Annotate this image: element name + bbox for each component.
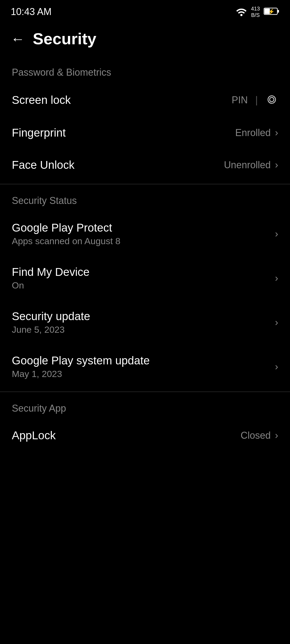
fingerprint-chevron: › — [275, 127, 278, 138]
fingerprint-left: Fingerprint — [12, 126, 66, 139]
svg-rect-3 — [277, 10, 279, 13]
google-play-system-update-left: Google Play system update May 1, 2023 — [12, 354, 150, 379]
network-speed: 413B/S — [251, 5, 260, 18]
google-play-system-update-item[interactable]: Google Play system update May 1, 2023 › — [0, 345, 290, 389]
section-label-password: Password & Biometrics — [0, 59, 290, 83]
page-title: Security — [33, 30, 96, 48]
google-play-protect-chevron: › — [275, 228, 278, 240]
find-my-device-chevron: › — [275, 273, 278, 284]
find-my-device-right: › — [275, 273, 278, 284]
section-security-status: Security Status Google Play Protect Apps… — [0, 187, 290, 389]
fingerprint-value: Enrolled — [235, 127, 271, 138]
applock-left: AppLock — [12, 429, 56, 442]
applock-value: Closed — [241, 430, 271, 441]
gear-icon[interactable] — [265, 93, 278, 107]
face-unlock-value: Unenrolled — [224, 159, 271, 171]
face-unlock-chevron: › — [275, 159, 278, 171]
security-update-title: Security update — [12, 310, 90, 323]
google-play-system-update-title: Google Play system update — [12, 354, 150, 367]
battery-icon: ⚡ — [264, 7, 279, 17]
divider-1 — [0, 184, 290, 184]
status-time: 10:43 AM — [11, 6, 52, 17]
applock-right: Closed › — [241, 430, 278, 441]
svg-text:⚡: ⚡ — [268, 8, 275, 15]
google-play-protect-title: Google Play Protect — [12, 221, 121, 234]
screen-lock-item[interactable]: Screen lock PIN | — [0, 83, 290, 117]
fingerprint-item[interactable]: Fingerprint Enrolled › — [0, 117, 290, 149]
screen-lock-right: PIN | — [232, 93, 278, 107]
screen-lock-left: Screen lock — [12, 94, 71, 107]
google-play-system-update-chevron: › — [275, 361, 278, 372]
find-my-device-subtitle: On — [12, 280, 89, 291]
svg-point-6 — [268, 96, 276, 103]
face-unlock-item[interactable]: Face Unlock Unenrolled › — [0, 149, 290, 181]
screen-lock-title: Screen lock — [12, 94, 71, 107]
wifi-icon — [235, 6, 247, 17]
svg-point-0 — [240, 14, 242, 16]
find-my-device-title: Find My Device — [12, 266, 89, 279]
status-icons: 413B/S ⚡ — [235, 5, 279, 18]
security-update-left: Security update June 5, 2023 — [12, 310, 90, 335]
screen-lock-value: PIN — [232, 94, 248, 106]
google-play-protect-left: Google Play Protect Apps scanned on Augu… — [12, 221, 121, 246]
face-unlock-title: Face Unlock — [12, 159, 74, 171]
google-play-system-update-right: › — [275, 361, 278, 372]
security-update-chevron: › — [275, 317, 278, 328]
find-my-device-item[interactable]: Find My Device On › — [0, 256, 290, 300]
screen-lock-divider: | — [255, 94, 258, 106]
fingerprint-right: Enrolled › — [235, 127, 278, 138]
header: ← Security — [0, 21, 290, 59]
google-play-protect-right: › — [275, 228, 278, 240]
face-unlock-left: Face Unlock — [12, 159, 74, 171]
google-play-protect-item[interactable]: Google Play Protect Apps scanned on Augu… — [0, 212, 290, 256]
back-button[interactable]: ← — [11, 32, 25, 46]
section-password-biometrics: Password & Biometrics Screen lock PIN | … — [0, 59, 290, 181]
status-bar: 10:43 AM 413B/S ⚡ — [0, 0, 290, 21]
google-play-system-update-subtitle: May 1, 2023 — [12, 369, 150, 379]
section-label-app: Security App — [0, 395, 290, 419]
svg-point-5 — [270, 97, 274, 102]
face-unlock-right: Unenrolled › — [224, 159, 278, 171]
applock-title: AppLock — [12, 429, 56, 442]
find-my-device-left: Find My Device On — [12, 266, 89, 291]
applock-chevron: › — [275, 430, 278, 441]
applock-item[interactable]: AppLock Closed › — [0, 419, 290, 452]
security-update-item[interactable]: Security update June 5, 2023 › — [0, 300, 290, 345]
security-update-subtitle: June 5, 2023 — [12, 324, 90, 335]
google-play-protect-subtitle: Apps scanned on August 8 — [12, 236, 121, 246]
divider-2 — [0, 391, 290, 392]
section-security-app: Security App AppLock Closed › — [0, 395, 290, 452]
section-label-status: Security Status — [0, 187, 290, 212]
security-update-right: › — [275, 317, 278, 328]
fingerprint-title: Fingerprint — [12, 126, 66, 139]
